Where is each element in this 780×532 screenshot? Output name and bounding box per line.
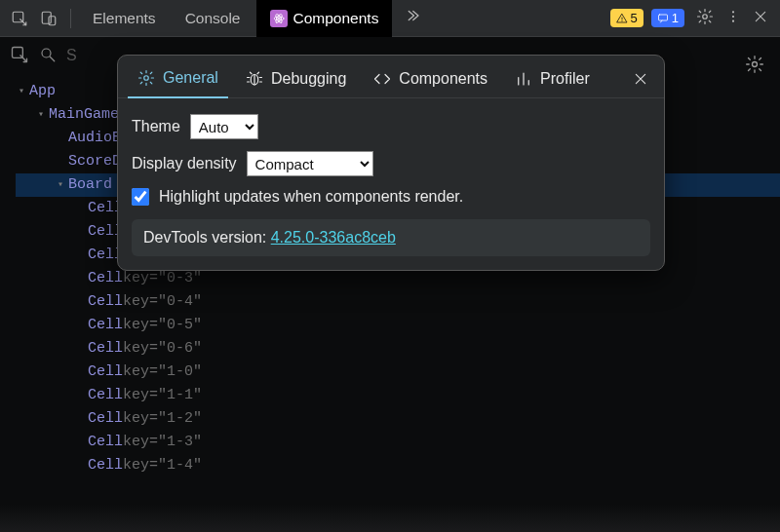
- tab-console[interactable]: Console: [172, 0, 254, 37]
- tab-components[interactable]: Components: [256, 0, 393, 37]
- tree-row[interactable]: Cell key="1-2": [16, 407, 780, 431]
- tab-label: Elements: [93, 10, 156, 27]
- settings-tab-label: Profiler: [540, 70, 590, 88]
- tree-key-attr: key="1-0": [123, 361, 202, 384]
- svg-point-11: [732, 20, 734, 22]
- tab-elements[interactable]: Elements: [79, 0, 170, 37]
- settings-tabs: General Debugging Components Profiler: [118, 56, 664, 97]
- caret-down-icon[interactable]: ▾: [55, 173, 66, 197]
- theme-select[interactable]: Auto: [190, 114, 258, 139]
- settings-tab-debugging[interactable]: Debugging: [236, 62, 356, 97]
- device-toolbar-icon[interactable]: [35, 5, 62, 32]
- overflow-tabs-icon[interactable]: [394, 7, 431, 29]
- tree-row[interactable]: Cell key="1-1": [16, 384, 780, 407]
- tree-component-name: App: [29, 80, 56, 103]
- settings-dialog: General Debugging Components Profiler Th…: [117, 55, 665, 271]
- tree-row[interactable]: Cell key="0-4": [16, 290, 780, 314]
- settings-tab-label: General: [163, 69, 218, 87]
- tab-label: Components: [293, 10, 379, 27]
- svg-point-3: [278, 18, 280, 19]
- settings-tab-components[interactable]: Components: [364, 62, 497, 97]
- tree-component-name: Cell: [88, 290, 123, 314]
- tree-key-attr: key="0-5": [123, 314, 202, 337]
- tree-component-name: Cell: [88, 454, 123, 477]
- tree-component-name: ScoreD: [68, 150, 121, 173]
- version-label: DevTools version:: [143, 229, 271, 246]
- tree-row[interactable]: Cell key="0-6": [16, 337, 780, 361]
- svg-point-14: [753, 62, 758, 67]
- tree-component-name: Cell: [88, 384, 123, 407]
- tab-label: Console: [185, 10, 241, 27]
- tree-component-name: MainGame: [49, 103, 119, 127]
- density-select[interactable]: Compact: [247, 151, 373, 176]
- inspect-element-icon[interactable]: [6, 5, 33, 32]
- theme-label: Theme: [132, 118, 180, 135]
- bar-chart-icon: [515, 70, 532, 88]
- messages-count: 1: [672, 11, 679, 25]
- svg-point-8: [703, 15, 708, 19]
- devtools-toolbar: Elements Console Components 5 1: [0, 0, 780, 37]
- warnings-count: 5: [631, 11, 638, 25]
- settings-tab-label: Debugging: [271, 70, 346, 88]
- kebab-icon[interactable]: [725, 9, 741, 27]
- tree-component-name: Cell: [88, 407, 123, 431]
- messages-badge[interactable]: 1: [651, 9, 684, 27]
- svg-rect-7: [658, 15, 667, 20]
- svg-rect-1: [42, 12, 51, 23]
- svg-point-15: [144, 76, 149, 81]
- settings-tab-profiler[interactable]: Profiler: [505, 62, 600, 97]
- version-row: DevTools version: 4.25.0-336ac8ceb: [132, 219, 650, 256]
- gear-icon[interactable]: [696, 8, 714, 28]
- tree-row[interactable]: Cell key="0-5": [16, 314, 780, 337]
- tree-key-attr: key="0-4": [123, 290, 202, 314]
- tree-key-attr: key="1-3": [123, 431, 202, 454]
- tree-component-name: Cell: [88, 267, 123, 290]
- tree-component-name: Cell: [88, 361, 123, 384]
- tree-row[interactable]: Cell key="1-3": [16, 431, 780, 454]
- tree-key-attr: key="1-2": [123, 407, 202, 431]
- tree-row[interactable]: Cell key="1-0": [16, 361, 780, 384]
- density-label: Display density: [132, 155, 237, 172]
- tree-component-name: AudioE: [68, 127, 121, 150]
- search-input[interactable]: S: [66, 47, 77, 64]
- tree-key-attr: key="1-1": [123, 384, 202, 407]
- tree-row[interactable]: Cell key="1-4": [16, 454, 780, 477]
- code-icon: [373, 70, 391, 88]
- search-icon[interactable]: [39, 46, 57, 66]
- tree-key-attr: key="0-6": [123, 337, 202, 361]
- pick-element-icon[interactable]: [10, 45, 29, 67]
- settings-body: Theme Auto Display density Compact Highl…: [118, 97, 664, 270]
- caret-down-icon[interactable]: ▾: [16, 80, 27, 103]
- tree-component-name: Cell: [88, 314, 123, 337]
- panel-gear-icon[interactable]: [745, 55, 764, 77]
- warnings-badge[interactable]: 5: [610, 9, 644, 27]
- separator: [70, 9, 71, 28]
- gear-icon: [137, 69, 155, 87]
- tree-component-name: Board: [68, 173, 112, 197]
- highlight-updates-checkbox[interactable]: [132, 188, 149, 206]
- caret-down-icon[interactable]: ▾: [35, 103, 47, 127]
- react-devtools-icon: [270, 10, 288, 27]
- bug-icon: [246, 70, 263, 88]
- tree-component-name: Cell: [88, 431, 123, 454]
- close-icon[interactable]: [627, 63, 654, 96]
- tree-component-name: Cell: [88, 337, 123, 361]
- svg-point-10: [732, 16, 734, 18]
- svg-point-13: [42, 49, 51, 57]
- settings-tab-general[interactable]: General: [128, 61, 228, 98]
- settings-tab-label: Components: [399, 70, 488, 88]
- svg-point-9: [732, 11, 734, 13]
- highlight-updates-label: Highlight updates when components render…: [159, 188, 463, 206]
- close-icon[interactable]: [753, 9, 768, 27]
- tree-key-attr: key="1-4": [123, 454, 202, 477]
- version-link[interactable]: 4.25.0-336ac8ceb: [271, 229, 396, 246]
